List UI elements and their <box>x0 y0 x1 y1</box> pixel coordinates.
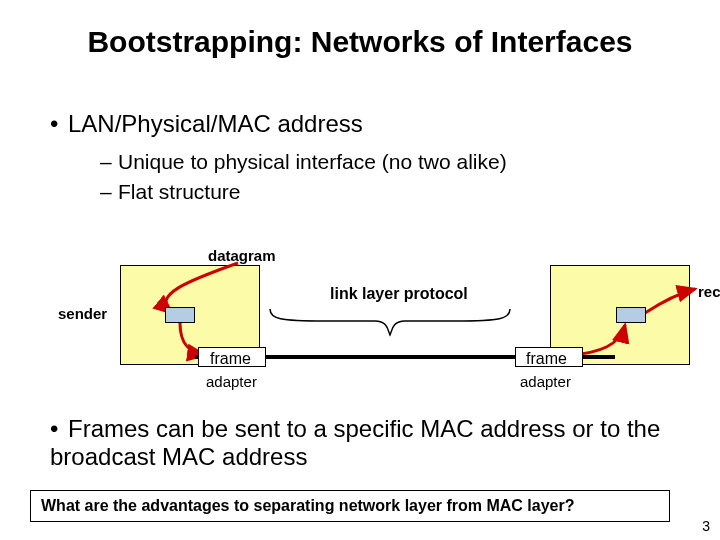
label-sender: sender <box>58 305 107 322</box>
label-frame-left: frame <box>210 350 251 368</box>
label-adapter-left: adapter <box>206 373 257 390</box>
subbullet-text: Flat structure <box>118 180 241 203</box>
bullet-text: Frames can be sent to a specific MAC add… <box>50 415 660 470</box>
bullet-lan-mac: •LAN/Physical/MAC address <box>50 110 363 138</box>
arrow-receiver-adapter-to-receiver <box>645 289 695 313</box>
receiver-adapter-port <box>616 307 646 323</box>
diagram: datagram sender receiver link layer prot… <box>60 255 660 395</box>
label-adapter-right: adapter <box>520 373 571 390</box>
label-datagram: datagram <box>208 247 276 264</box>
page-number: 3 <box>702 518 710 534</box>
dash-icon: – <box>100 150 118 174</box>
subbullet-flat: –Flat structure <box>100 180 241 204</box>
label-link-layer-protocol: link layer protocol <box>330 285 468 303</box>
label-frame-right: frame <box>526 350 567 368</box>
bullet-dot-icon: • <box>50 110 68 138</box>
callout-question: What are the advantages to separating ne… <box>30 490 670 522</box>
subbullet-text: Unique to physical interface (no two ali… <box>118 150 507 173</box>
curly-brace-icon <box>270 307 510 341</box>
slide-title: Bootstrapping: Networks of Interfaces <box>0 25 720 59</box>
dash-icon: – <box>100 180 118 204</box>
sender-adapter-port <box>165 307 195 323</box>
subbullet-unique: –Unique to physical interface (no two al… <box>100 150 507 174</box>
slide: Bootstrapping: Networks of Interfaces •L… <box>0 0 720 540</box>
arrow-datagram-to-sender-adapter <box>166 263 238 313</box>
bullet-dot-icon: • <box>50 415 68 443</box>
label-receiver: receiver <box>698 283 720 300</box>
bullet-text: LAN/Physical/MAC address <box>68 110 363 137</box>
bullet-frames: •Frames can be sent to a specific MAC ad… <box>50 415 670 471</box>
